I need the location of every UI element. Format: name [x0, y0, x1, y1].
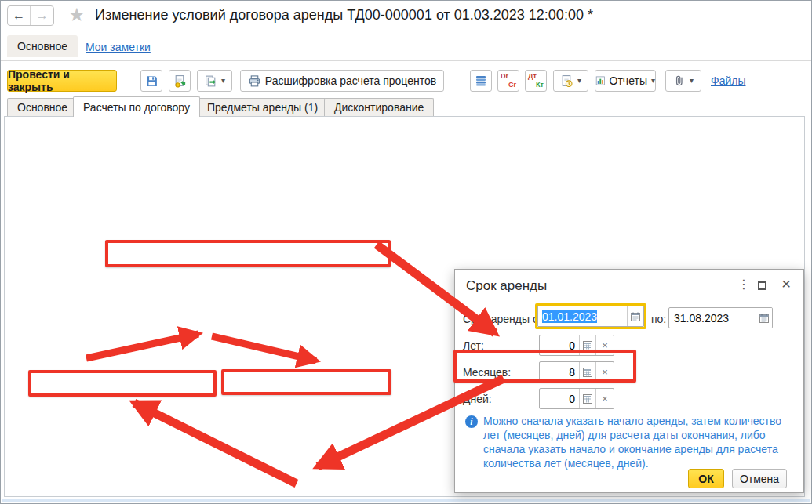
forward-button[interactable]: → — [31, 6, 53, 25]
back-button[interactable]: ← — [8, 6, 31, 25]
interest-breakdown-button[interactable]: Расшифровка расчета процентов — [240, 70, 444, 92]
dt-kt-icon: ДтКт — [528, 73, 544, 89]
favorite-star-icon[interactable]: ★ — [68, 5, 86, 24]
chevron-down-icon: ▾ — [577, 77, 581, 85]
info-icon: i — [465, 415, 478, 428]
copy-document-icon — [204, 74, 217, 88]
post-and-close-button[interactable]: Провести и закрыть — [7, 70, 117, 92]
history-nav: ← → — [7, 5, 54, 26]
dialog-title: Срок аренды — [466, 278, 547, 294]
days-input[interactable]: 0 — [540, 389, 579, 408]
months-label: Месяцев: — [463, 366, 511, 379]
tab-main[interactable]: Основное — [7, 98, 78, 116]
forward-arrow-icon: → — [36, 9, 49, 23]
nav-tab-my-notes[interactable]: Мои заметки — [86, 41, 151, 53]
post-document-button[interactable] — [169, 70, 191, 92]
clear-icon[interactable]: × — [595, 389, 614, 408]
files-link[interactable]: Файлы — [711, 74, 745, 87]
dt-kt-button[interactable]: ДтКт — [525, 70, 547, 92]
post-document-icon — [173, 74, 187, 88]
ok-button[interactable]: ОК — [688, 469, 724, 488]
calculator-icon[interactable] — [579, 335, 595, 355]
days-input-group: 0 × — [539, 388, 614, 409]
clear-icon[interactable]: × — [595, 362, 614, 382]
years-label: Лет: — [463, 339, 484, 352]
chevron-down-icon: ▾ — [651, 77, 655, 85]
app-window: ← → ★ Изменение условий договора аренды … — [0, 0, 812, 504]
register-records-button[interactable] — [470, 70, 492, 92]
paperclip-icon — [673, 74, 686, 87]
years-input-group: 0 × — [539, 335, 614, 356]
term-to-input[interactable]: 31.08.2023 — [668, 307, 773, 328]
years-input[interactable]: 0 — [540, 335, 579, 355]
chevron-down-icon: ▾ — [221, 77, 225, 85]
months-input-group: 8 × — [539, 361, 614, 383]
dialog-info-text: Можно сначала указать начало аренды, зат… — [483, 414, 796, 470]
close-icon[interactable]: × — [781, 274, 791, 293]
printer-icon — [248, 74, 261, 88]
calculator-icon[interactable] — [579, 362, 595, 382]
lease-term-dialog: Срок аренды ⋮ × Срок аренды с: 01.01.202… — [454, 269, 804, 493]
days-label: Дней: — [463, 393, 492, 405]
attachments-button[interactable]: ▾ — [665, 70, 701, 92]
tab-lease-items[interactable]: Предметы аренды (1) — [197, 98, 328, 116]
save-button[interactable] — [140, 70, 162, 92]
floppy-disk-icon — [145, 74, 158, 88]
tab-settlements[interactable]: Расчеты по договору — [73, 96, 200, 117]
create-based-on-button[interactable]: ▾ — [197, 70, 232, 92]
tab-discounting[interactable]: Дисконтирование — [324, 98, 434, 116]
document-log-button[interactable]: ▾ — [553, 70, 588, 92]
dr-cr-icon: DrCr — [501, 73, 516, 89]
clear-icon[interactable]: × — [595, 335, 614, 355]
report-chart-icon — [595, 74, 606, 87]
reports-button[interactable]: Отчеты ▾ — [595, 70, 656, 92]
kebab-menu-icon[interactable]: ⋮ — [737, 277, 750, 292]
dr-cr-button[interactable]: DrCr — [497, 70, 519, 92]
header-separator — [1, 60, 811, 61]
term-from-input[interactable]: 01.01.2023 — [537, 306, 644, 327]
calculator-icon[interactable] — [579, 389, 595, 408]
window-bottom-edge — [2, 499, 810, 502]
term-to-label: по: — [651, 313, 666, 325]
calendar-icon[interactable] — [627, 306, 643, 326]
list-rows-icon — [475, 74, 487, 87]
back-arrow-icon: ← — [13, 9, 25, 23]
calendar-icon[interactable] — [756, 308, 772, 328]
page-title: Изменение условий договора аренды ТД00-0… — [95, 7, 593, 24]
term-from-label: Срок аренды с: — [463, 313, 541, 325]
cancel-button[interactable]: Отмена — [732, 469, 787, 488]
nav-tab-main[interactable]: Основное — [7, 35, 78, 57]
chevron-down-icon: ▾ — [690, 77, 694, 85]
document-clock-icon — [560, 74, 573, 88]
maximize-icon[interactable] — [758, 279, 766, 293]
months-input[interactable]: 8 — [540, 362, 579, 382]
term-from-field-focus: 01.01.2023 — [535, 303, 646, 329]
